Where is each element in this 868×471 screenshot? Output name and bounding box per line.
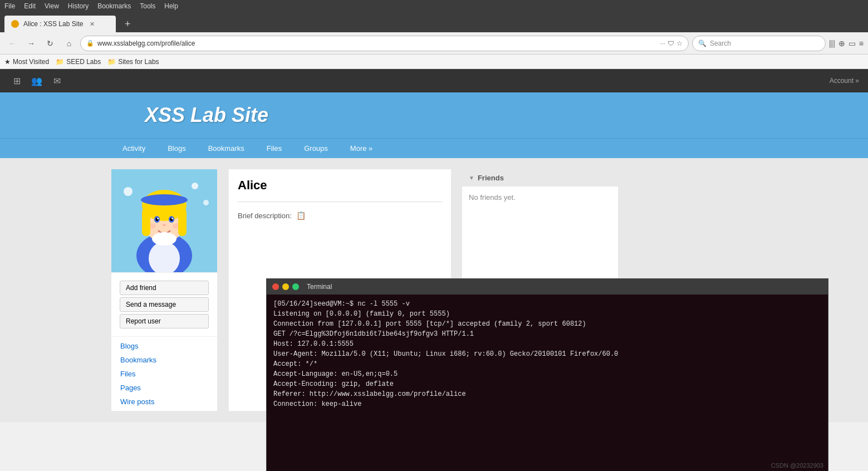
terminal-maximize-button[interactable] — [292, 283, 299, 290]
menu-edit[interactable]: Edit — [24, 2, 36, 10]
friends-widget-header: ▼ Friends — [462, 169, 618, 187]
svg-point-16 — [163, 224, 166, 226]
bookmark-most-visited[interactable]: ★ Most Visited — [4, 58, 49, 66]
menu-bookmarks[interactable]: Bookmarks — [97, 2, 131, 10]
most-visited-icon: ★ — [4, 58, 11, 66]
terminal-window: Terminal [05/16/24]seed@VM:~$ nc -l 5555… — [266, 278, 828, 471]
seed-labs-label: SEED Labs — [66, 58, 101, 66]
nav-groups[interactable]: Groups — [293, 139, 339, 158]
bookmark-seed-labs[interactable]: 📁 SEED Labs — [56, 58, 101, 66]
secure-icon: 🔒 — [86, 40, 94, 47]
site-nav: Activity Blogs Bookmarks Files Groups Mo… — [0, 138, 868, 158]
site-header: XSS Lab Site — [0, 92, 868, 138]
svg-point-2 — [192, 183, 198, 189]
sites-for-labs-label: Sites for Labs — [118, 58, 159, 66]
toolbar-icon-home[interactable]: ⊞ — [9, 73, 24, 89]
browser-menu-bar: File Edit View History Bookmarks Tools H… — [0, 0, 868, 12]
terminal-titlebar: Terminal — [267, 279, 828, 295]
synced-tabs-icon[interactable]: ⊕ — [838, 39, 845, 48]
most-visited-label: Most Visited — [13, 58, 49, 66]
nav-files[interactable]: Files — [256, 139, 293, 158]
menu-tools[interactable]: Tools — [140, 2, 155, 10]
sidebar-link-files[interactable]: Files — [111, 367, 217, 381]
profile-name: Alice — [238, 178, 442, 193]
tab-favicon — [11, 20, 19, 28]
sites-for-labs-folder-icon: 📁 — [107, 58, 116, 66]
terminal-watermark: CSDN @20232903 — [771, 462, 823, 469]
no-friends-message: No friends yet. — [469, 193, 516, 202]
friends-widget-title: Friends — [478, 174, 504, 182]
tab-title: Alice : XSS Lab Site — [23, 20, 83, 28]
terminal-close-button[interactable] — [272, 283, 279, 290]
tab-close-button[interactable]: ✕ — [87, 19, 96, 28]
sidebar-toggle-icon[interactable]: ▭ — [849, 39, 856, 48]
friends-widget-body: No friends yet. — [462, 187, 618, 208]
terminal-body[interactable]: [05/16/24]seed@VM:~$ nc -l 5555 -v Liste… — [267, 295, 828, 471]
navigation-bar: ← → ↻ ⌂ 🔒 www.xsslabelgg.com/profile/ali… — [0, 32, 868, 55]
pocket-icon[interactable]: 🛡 — [668, 40, 674, 47]
profile-sidebar-links: Blogs Bookmarks Files Pages Wire posts — [111, 336, 217, 411]
profile-divider — [238, 202, 442, 202]
sidebar-link-wire-posts[interactable]: Wire posts — [111, 395, 217, 409]
brief-description-label: Brief description: — [238, 212, 292, 220]
menu-help[interactable]: Help — [164, 2, 178, 10]
new-tab-button[interactable]: + — [120, 16, 135, 32]
search-placeholder: Search — [710, 40, 731, 47]
reload-button[interactable]: ↻ — [42, 36, 58, 51]
forward-button[interactable]: → — [23, 36, 39, 51]
sidebar-link-blogs[interactable]: Blogs — [111, 339, 217, 353]
menu-history[interactable]: History — [68, 2, 89, 10]
search-bar[interactable]: 🔍 Search — [692, 36, 826, 51]
active-tab[interactable]: Alice : XSS Lab Site ✕ — [4, 16, 116, 32]
nav-more[interactable]: More » — [339, 139, 384, 158]
menu-icon[interactable]: ≡ — [859, 39, 864, 48]
terminal-minimize-button[interactable] — [282, 283, 289, 290]
seed-labs-folder-icon: 📁 — [56, 58, 64, 66]
sidebar-link-bookmarks[interactable]: Bookmarks — [111, 353, 217, 367]
address-bar[interactable]: 🔒 www.xsslabelgg.com/profile/alice ··· 🛡… — [80, 36, 689, 51]
svg-rect-20 — [178, 208, 187, 236]
svg-point-21 — [152, 232, 176, 246]
profile-avatar — [111, 169, 217, 272]
home-button[interactable]: ⌂ — [61, 36, 77, 51]
bookmark-star-icon[interactable]: ☆ — [676, 40, 683, 47]
nav-activity[interactable]: Activity — [111, 139, 156, 158]
profile-left-column: Add friend Send a message Report user Bl… — [111, 169, 217, 411]
svg-point-9 — [141, 194, 188, 205]
nav-bookmarks[interactable]: Bookmarks — [197, 139, 256, 158]
nav-blogs[interactable]: Blogs — [156, 139, 197, 158]
report-user-button[interactable]: Report user — [120, 314, 209, 328]
add-friend-button[interactable]: Add friend — [120, 281, 209, 295]
bookmarks-bar: ★ Most Visited 📁 SEED Labs 📁 Sites for L… — [0, 55, 868, 69]
back-button[interactable]: ← — [4, 36, 20, 51]
menu-file[interactable]: File — [4, 2, 15, 10]
send-message-button[interactable]: Send a message — [120, 297, 209, 312]
account-button[interactable]: Account » — [830, 77, 859, 85]
friends-widget-triangle-icon: ▼ — [469, 175, 474, 181]
menu-view[interactable]: View — [45, 2, 59, 10]
nav-right-icons: ||| ⊕ ▭ ≡ — [829, 39, 864, 48]
svg-point-14 — [157, 218, 159, 219]
search-icon: 🔍 — [698, 40, 707, 47]
address-actions: ··· 🛡 ☆ — [660, 40, 683, 47]
toolbar-icon-users[interactable]: 👥 — [29, 73, 45, 89]
toolbar-icon-mail[interactable]: ✉ — [49, 73, 65, 89]
tab-bar: Alice : XSS Lab Site ✕ + — [0, 12, 868, 32]
svg-point-1 — [124, 187, 133, 196]
site-toolbar: ⊞ 👥 ✉ Account » — [0, 69, 868, 92]
terminal-title: Terminal — [307, 283, 332, 291]
edit-description-icon[interactable]: 📋 — [296, 211, 306, 220]
bookmark-sites-for-labs[interactable]: 📁 Sites for Labs — [107, 58, 159, 66]
site-title: XSS Lab Site — [145, 104, 868, 127]
more-options-icon[interactable]: ··· — [660, 40, 665, 47]
library-icon[interactable]: ||| — [829, 39, 835, 48]
svg-rect-19 — [142, 208, 150, 236]
url-display: www.xsslabelgg.com/profile/alice — [97, 40, 657, 47]
profile-actions: Add friend Send a message Report user — [111, 272, 217, 336]
svg-point-15 — [171, 218, 173, 219]
svg-point-3 — [203, 200, 209, 205]
profile-description: Brief description: 📋 — [238, 211, 442, 220]
sidebar-link-pages[interactable]: Pages — [111, 381, 217, 395]
